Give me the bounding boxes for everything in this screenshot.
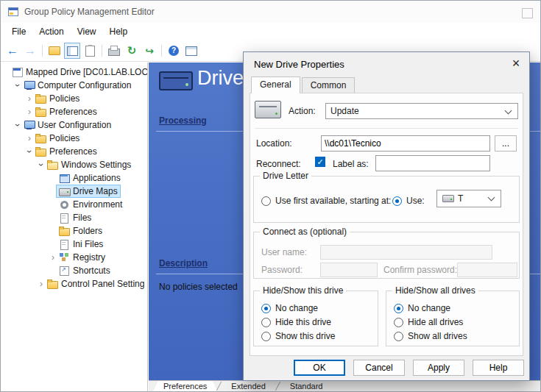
- menu-item-file[interactable]: File: [5, 24, 32, 40]
- tree-item-body: Environment: [57, 199, 124, 210]
- tree-item-registry[interactable]: ›Registry: [1, 251, 147, 264]
- radio-label: No change: [275, 303, 318, 313]
- tree-item-body: Preferences: [33, 146, 99, 157]
- reconnect-checkbox[interactable]: [315, 157, 325, 167]
- cancel-button[interactable]: Cancel: [353, 360, 405, 376]
- tab-common[interactable]: Common: [302, 77, 356, 93]
- up-folder-icon[interactable]: [46, 43, 63, 59]
- tree-item-mapped-drive-dc01-lab-loca[interactable]: Mapped Drive [DC01.LAB.LOCA: [1, 65, 147, 79]
- use-radio[interactable]: Use:: [392, 196, 425, 206]
- tab-extended[interactable]: Extended: [221, 381, 275, 391]
- folder-icon: [35, 107, 46, 116]
- tree-item-preferences[interactable]: ›Preferences: [1, 105, 147, 118]
- radio-label: Show this drive: [275, 331, 335, 341]
- maximize-button[interactable]: [522, 8, 533, 18]
- print-icon[interactable]: [106, 43, 122, 59]
- back-icon[interactable]: [4, 43, 21, 59]
- action-label: Action:: [289, 106, 316, 116]
- tree-item-label: Folders: [73, 226, 102, 236]
- chevron-right-icon[interactable]: ›: [38, 280, 45, 288]
- tree-item-computer-configuration[interactable]: ›Computer Configuration: [1, 79, 147, 92]
- tree-item-shortcuts[interactable]: Shortcuts: [1, 264, 147, 277]
- tree-item-folders[interactable]: Folders: [1, 224, 147, 238]
- tree-item-control-panel-setting[interactable]: ›Control Panel Setting: [1, 277, 147, 291]
- tree-item-body: Ini Files: [57, 238, 105, 250]
- drive-maps-header-icon: [159, 71, 193, 90]
- chevron-down-icon[interactable]: ›: [14, 82, 21, 89]
- refresh-icon[interactable]: [124, 43, 140, 59]
- tab-general[interactable]: General: [251, 76, 300, 93]
- dialog-tabs: General Common: [251, 76, 356, 93]
- tree-item-files[interactable]: Files: [1, 211, 147, 224]
- hide-show-all-option-show-all-drives[interactable]: Show all drives: [394, 331, 515, 341]
- tree-item-ini-files[interactable]: Ini Files: [1, 238, 147, 251]
- chevron-right-icon[interactable]: ›: [26, 135, 33, 142]
- apply-button[interactable]: Apply: [413, 360, 464, 376]
- action-dropdown[interactable]: Update: [325, 103, 518, 119]
- tree-item-label: Environment: [73, 199, 122, 210]
- hide-show-this-option-show-this-drive[interactable]: Show this drive: [261, 331, 373, 341]
- doc-icon: [59, 240, 70, 249]
- tree-item-environment[interactable]: Environment: [1, 198, 147, 211]
- tree-item-windows-settings[interactable]: ›Windows Settings: [1, 158, 147, 171]
- tab-standard[interactable]: Standard: [280, 381, 333, 391]
- hide-show-this-option-hide-this-drive[interactable]: Hide this drive: [261, 317, 373, 327]
- help-icon[interactable]: [166, 43, 182, 59]
- doc-icon: [59, 213, 70, 222]
- forward-icon[interactable]: [22, 43, 38, 59]
- tree-item-label: Files: [73, 213, 91, 223]
- gear-icon: [59, 200, 70, 209]
- blocks-icon: [59, 253, 70, 262]
- chevron-right-icon[interactable]: ›: [26, 95, 33, 102]
- tree-item-drive-maps[interactable]: Drive Maps: [1, 185, 147, 198]
- tree-item-label: Registry: [73, 252, 105, 263]
- location-input[interactable]: [321, 135, 490, 152]
- description-column-header[interactable]: Description: [159, 258, 208, 268]
- browse-button[interactable]: ...: [495, 135, 517, 152]
- chevron-down-icon[interactable]: ›: [26, 148, 33, 155]
- menu-item-view[interactable]: View: [71, 24, 103, 40]
- chevron-down-icon[interactable]: ›: [14, 121, 21, 129]
- tree-item-body: Windows Settings: [45, 159, 133, 171]
- tree-item-policies[interactable]: ›Policies: [1, 92, 147, 105]
- folder-icon: [35, 147, 46, 156]
- hide-show-all-option-no-change[interactable]: No change: [394, 303, 515, 313]
- tree-item-user-configuration[interactable]: ›User Configuration: [1, 118, 147, 132]
- processing-column-header[interactable]: Processing: [159, 115, 207, 126]
- tree-item-applications[interactable]: Applications: [1, 171, 147, 185]
- help-button[interactable]: Help: [473, 360, 524, 376]
- shortcut-icon: [59, 266, 70, 275]
- list-view-icon[interactable]: [183, 43, 199, 59]
- label-as-input[interactable]: [375, 155, 490, 171]
- use-first-label: Use first available, starting at:: [275, 196, 391, 206]
- clipboard-icon[interactable]: [82, 43, 98, 59]
- tree-item-label: Drive Maps: [73, 186, 118, 196]
- general-tab-page: Action: Update Location: ... Reconnect: …: [250, 93, 523, 356]
- tree-item-body: Policies: [33, 93, 82, 104]
- hide-show-this-option-no-change[interactable]: No change: [261, 303, 373, 313]
- tab-preferences[interactable]: Preferences: [153, 381, 217, 391]
- user-name-label: User name:: [261, 247, 307, 257]
- toolbar-separator: [161, 45, 162, 57]
- chevron-right-icon[interactable]: ›: [49, 254, 57, 261]
- tree-item-preferences[interactable]: ›Preferences: [1, 145, 147, 158]
- ok-button[interactable]: OK: [294, 360, 345, 376]
- menu-item-action[interactable]: Action: [32, 24, 70, 40]
- drive-letter-dropdown[interactable]: T: [436, 190, 501, 207]
- dialog-title-bar: New Drive Properties: [244, 52, 529, 76]
- use-first-radio[interactable]: Use first available, starting at:: [261, 196, 391, 206]
- hide-show-all-option-hide-all-drives[interactable]: Hide all drives: [394, 317, 515, 327]
- confirm-password-label: Confirm password:: [383, 265, 457, 275]
- tree-item-label: Control Panel Setting: [61, 279, 144, 289]
- menu-item-help[interactable]: Help: [103, 24, 135, 40]
- radio-unselected-icon: [394, 332, 403, 341]
- console-tree-icon[interactable]: [64, 43, 80, 59]
- tree-item-body: Policies: [33, 132, 82, 144]
- chevron-right-icon[interactable]: ›: [26, 108, 33, 115]
- chevron-down-icon[interactable]: ›: [38, 161, 45, 168]
- close-icon[interactable]: [507, 55, 525, 71]
- export-icon[interactable]: [141, 43, 158, 59]
- folder-icon: [35, 94, 46, 103]
- radio-unselected-icon: [261, 332, 271, 341]
- tree-item-policies[interactable]: ›Policies: [1, 132, 147, 145]
